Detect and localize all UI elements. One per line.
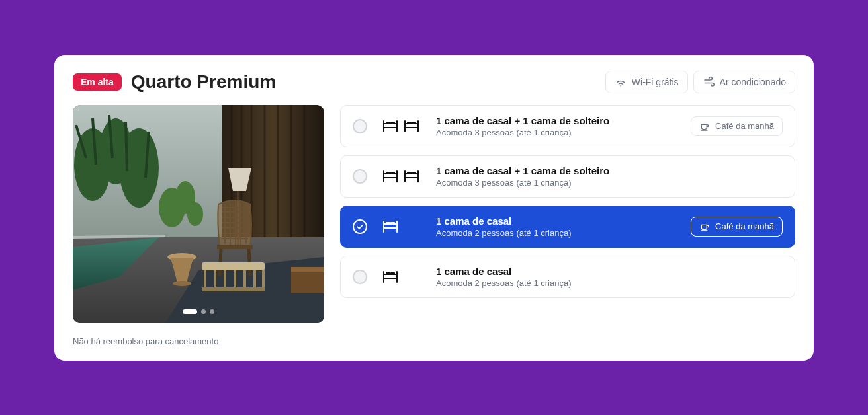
breakfast-label: Café da manhã <box>715 121 774 131</box>
refund-note: Não há reembolso para cancelamento <box>73 336 324 346</box>
option-subtitle: Acomoda 2 pessoas (até 1 criança) <box>436 228 676 238</box>
option-info: 1 cama de casalAcomoda 2 pessoas (até 1 … <box>436 215 676 238</box>
wind-icon <box>703 76 715 88</box>
room-option[interactable]: 1 cama de casalAcomoda 2 pessoas (até 1 … <box>340 206 795 248</box>
option-title: 1 cama de casal <box>436 266 783 277</box>
photo-column: Não há reembolso para cancelamento <box>73 105 324 346</box>
bed-icon <box>382 219 399 234</box>
bed-icon <box>403 119 420 133</box>
option-info: 1 cama de casalAcomoda 2 pessoas (até 1 … <box>436 266 783 288</box>
svg-point-0 <box>620 85 621 86</box>
svg-line-6 <box>73 236 165 237</box>
amenity-ac: Ar condicionado <box>693 71 795 93</box>
option-title: 1 cama de casal + 1 cama de solteiro <box>436 115 676 126</box>
wifi-icon <box>615 76 627 88</box>
option-title: 1 cama de casal + 1 cama de solteiro <box>436 165 783 176</box>
amenity-label: Ar condicionado <box>720 77 786 87</box>
room-title: Quarto Premium <box>131 71 276 93</box>
bed-icon <box>382 270 399 284</box>
bed-icon <box>382 169 399 184</box>
card-header: Em alta Quarto Premium Wi-Fi grátis Ar c… <box>73 71 795 93</box>
option-subtitle: Acomoda 3 pessoas (até 1 criança) <box>436 128 676 137</box>
option-info: 1 cama de casal + 1 cama de solteiroAcom… <box>436 165 783 188</box>
bed-icons <box>382 119 421 133</box>
header-left: Em alta Quarto Premium <box>73 71 276 93</box>
option-radio[interactable] <box>353 169 367 184</box>
trending-badge: Em alta <box>73 73 122 91</box>
option-radio[interactable] <box>353 119 367 133</box>
breakfast-label: Café da manhã <box>715 221 774 231</box>
room-options: 1 cama de casal + 1 cama de solteiroAcom… <box>340 105 795 346</box>
svg-point-12 <box>187 202 203 226</box>
option-subtitle: Acomoda 2 pessoas (até 1 criança) <box>436 278 783 288</box>
svg-rect-14 <box>217 245 253 249</box>
carousel-dots[interactable] <box>183 309 214 314</box>
card-body: Não há reembolso para cancelamento 1 cam… <box>73 105 795 346</box>
room-option[interactable]: 1 cama de casalAcomoda 2 pessoas (até 1 … <box>340 256 795 298</box>
bed-icons <box>382 270 421 284</box>
amenity-wifi: Wi-Fi grátis <box>605 71 688 93</box>
bed-icon <box>403 169 420 184</box>
breakfast-badge: Café da manhã <box>691 217 783 237</box>
option-info: 1 cama de casal + 1 cama de solteiroAcom… <box>436 115 676 137</box>
dot-2[interactable] <box>201 309 206 314</box>
room-option[interactable]: 1 cama de casal + 1 cama de solteiroAcom… <box>340 155 795 198</box>
breakfast-badge: Café da manhã <box>691 116 783 136</box>
bed-icons <box>382 219 421 234</box>
option-subtitle: Acomoda 3 pessoas (até 1 criança) <box>436 178 783 188</box>
option-title: 1 cama de casal <box>436 215 676 227</box>
coffee-icon <box>699 121 710 132</box>
svg-rect-22 <box>291 267 324 272</box>
amenities: Wi-Fi grátis Ar condicionado <box>605 71 795 93</box>
svg-rect-18 <box>202 287 265 291</box>
bed-icons <box>382 169 421 184</box>
option-radio[interactable] <box>353 270 367 284</box>
amenity-label: Wi-Fi grátis <box>632 77 679 87</box>
svg-rect-17 <box>202 262 265 270</box>
coffee-icon <box>699 221 710 232</box>
svg-point-20 <box>173 281 191 286</box>
option-radio[interactable] <box>353 219 367 234</box>
room-photo[interactable] <box>73 105 324 323</box>
dot-1[interactable] <box>183 309 197 314</box>
dot-3[interactable] <box>210 309 214 314</box>
room-card: Em alta Quarto Premium Wi-Fi grátis Ar c… <box>54 55 814 361</box>
room-option[interactable]: 1 cama de casal + 1 cama de solteiroAcom… <box>340 105 795 147</box>
bed-icon <box>382 119 399 133</box>
